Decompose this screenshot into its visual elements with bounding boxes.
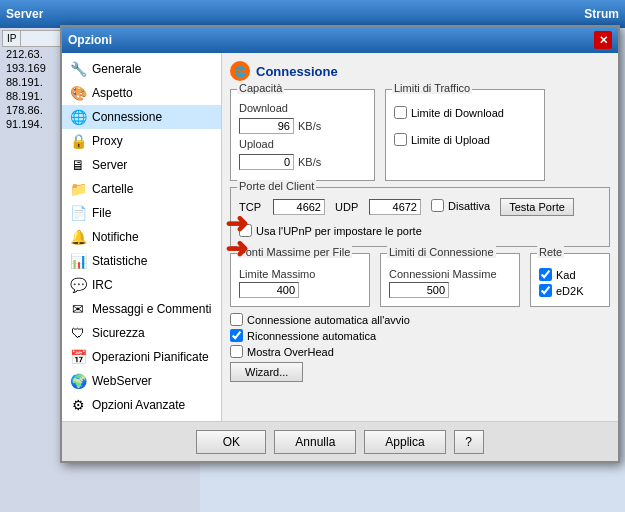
limite-download-checkbox[interactable] [394,106,407,119]
sicurezza-icon: 🛡 [70,325,86,341]
limite-upload-checkbox[interactable] [394,133,407,146]
limiti-traffico-box: Limiti di Traffico Limite di Download Li… [385,89,545,181]
applica-button[interactable]: Applica [364,430,445,454]
proxy-icon: 🔒 [70,133,86,149]
sidebar-item-operazioni[interactable]: 📅 Operazioni Pianificate [62,345,221,369]
file-icon: 📄 [70,205,86,221]
connessioni-massime-input[interactable] [389,282,449,298]
rete-label: Rete [537,246,564,258]
ed2k-checkbox[interactable] [539,284,552,297]
download-unit: KB/s [298,120,321,132]
download-input[interactable] [239,118,294,134]
panel-title-icon: 🌐 [230,61,250,81]
download-label: Download [239,102,289,114]
sidebar-label-cartelle: Cartelle [92,182,133,196]
sidebar-label-proxy: Proxy [92,134,123,148]
upload-label: Upload [239,138,289,150]
sidebar-label-irc: IRC [92,278,113,292]
limite-upload-row: Limite di Upload [394,133,536,146]
sidebar-item-webserver[interactable]: 🌍 WebServer [62,369,221,393]
sidebar-item-opzioni-avanzate[interactable]: ⚙ Opzioni Avanzate [62,393,221,417]
ed2k-row: eD2K [539,284,601,297]
right-panel: 🌐 Connessione Capacità Download KB/s [222,53,618,421]
generale-icon: 🔧 [70,61,86,77]
conn-auto-checkbox[interactable] [230,313,243,326]
dialog-body: 🔧 Generale 🎨 Aspetto 🌐 Connessione 🔒 Pro… [62,53,618,421]
sidebar: 🔧 Generale 🎨 Aspetto 🌐 Connessione 🔒 Pro… [62,53,222,421]
kad-checkbox[interactable] [539,268,552,281]
tcp-input[interactable] [273,199,325,215]
capacita-label: Capacità [237,82,284,94]
sidebar-item-messaggi[interactable]: ✉ Messaggi e Commenti [62,297,221,321]
disattiva-text: Disattiva [448,200,490,212]
sidebar-item-proxy[interactable]: 🔒 Proxy [62,129,221,153]
kad-row: Kad [539,268,601,281]
riconn-checkbox[interactable] [230,329,243,342]
panel-titlebar: 🌐 Connessione [230,61,610,81]
limiti-traffico-label: Limiti di Traffico [392,82,472,94]
wizard-button[interactable]: Wizard... [230,362,303,382]
sidebar-label-generale: Generale [92,62,141,76]
sidebar-item-file[interactable]: 📄 File [62,201,221,225]
sidebar-item-statistiche[interactable]: 📊 Statistiche [62,249,221,273]
notifiche-icon: 🔔 [70,229,86,245]
connessioni-massime-label: Connessioni Massime [389,268,511,280]
limite-massimo-input[interactable] [239,282,299,298]
limite-download-check-label[interactable]: Limite di Download [394,106,536,119]
sidebar-item-cartelle[interactable]: 📁 Cartelle [62,177,221,201]
top-sections: Capacità Download KB/s Upload KB/s [230,89,610,181]
disattiva-checkbox[interactable] [431,199,444,212]
mostra-overhead-label[interactable]: Mostra OverHead [230,345,610,358]
disattiva-label[interactable]: Disattiva [431,199,490,212]
sidebar-label-statistiche: Statistiche [92,254,147,268]
bg-title-left: Server [6,7,43,21]
sidebar-item-irc[interactable]: 💬 IRC [62,273,221,297]
sidebar-label-operazioni: Operazioni Pianificate [92,350,209,364]
limite-upload-text: Limite di Upload [411,134,490,146]
sidebar-label-webserver: WebServer [92,374,152,388]
limite-upload-check-label[interactable]: Limite di Upload [394,133,536,146]
upnp-text: Usa l'UPnP per impostare le porte [256,225,422,237]
mostra-overhead-checkbox[interactable] [230,345,243,358]
udp-label: UDP [335,201,363,213]
annulla-button[interactable]: Annulla [274,430,356,454]
upload-input[interactable] [239,154,294,170]
help-button[interactable]: ? [454,430,484,454]
upnp-label[interactable]: Usa l'UPnP per impostare le porte [239,224,601,237]
porte-client-box: Porte del Client TCP UDP Disattiva Testa [230,187,610,247]
sidebar-item-generale[interactable]: 🔧 Generale [62,57,221,81]
sidebar-item-aspetto[interactable]: 🎨 Aspetto [62,81,221,105]
limite-massimo-label: Limite Massimo [239,268,361,280]
fonti-label: Fonti Massime per File [237,246,352,258]
options-dialog: Opzioni ✕ 🔧 Generale 🎨 Aspetto 🌐 Conness… [60,25,620,463]
kad-check-label[interactable]: Kad [539,268,601,281]
tcp-row: TCP [239,199,325,215]
porte-label: Porte del Client [237,180,316,192]
udp-row: UDP Disattiva Testa Porte [335,198,574,216]
close-button[interactable]: ✕ [594,31,612,49]
sidebar-item-sicurezza[interactable]: 🛡 Sicurezza [62,321,221,345]
dialog-footer: OK Annulla Applica ? [62,421,618,461]
dialog-titlebar: Opzioni ✕ [62,27,618,53]
mostra-overhead-text: Mostra OverHead [247,346,334,358]
sidebar-item-server[interactable]: 🖥 Server [62,153,221,177]
testa-porte-button[interactable]: Testa Porte [500,198,574,216]
arrow-udp: ➜ [225,232,248,265]
ed2k-text: eD2K [556,285,584,297]
riconn-label[interactable]: Riconnessione automatica [230,329,610,342]
bottom-sections: Fonti Massime per File Limite Massimo Li… [230,253,610,307]
limite-download-text: Limite di Download [411,107,504,119]
panel-title: Connessione [256,64,338,79]
conn-auto-label[interactable]: Connessione automatica all'avvio [230,313,610,326]
download-value-row: KB/s [239,118,366,134]
statistiche-icon: 📊 [70,253,86,269]
col-ip: IP [3,31,21,46]
sidebar-item-connessione[interactable]: 🌐 Connessione [62,105,221,129]
sidebar-item-notifiche[interactable]: 🔔 Notifiche [62,225,221,249]
aspetto-icon: 🎨 [70,85,86,101]
udp-input[interactable] [369,199,421,215]
rete-box: Rete Kad eD2K [530,253,610,307]
ed2k-check-label[interactable]: eD2K [539,284,601,297]
ok-button[interactable]: OK [196,430,266,454]
cartelle-icon: 📁 [70,181,86,197]
